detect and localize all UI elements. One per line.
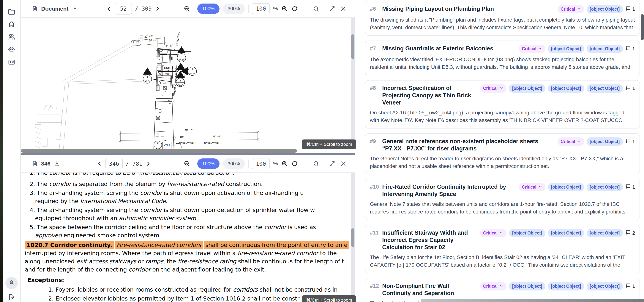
tag-badge[interactable]: [object Object] [548, 45, 584, 53]
zoom-out-icon[interactable] [184, 160, 190, 167]
comment-count-value: 1 [632, 184, 635, 190]
tag-badge[interactable]: [object Object] [509, 282, 545, 291]
close-icon[interactable] [340, 5, 346, 12]
sidebar-item-files[interactable] [8, 8, 16, 16]
search-icon[interactable] [313, 5, 320, 12]
page-total: / 781 [126, 160, 142, 167]
download-icon[interactable] [54, 160, 60, 167]
logout-button[interactable] [8, 294, 16, 302]
page-number-input[interactable] [106, 158, 122, 169]
severity-label: Critical [561, 7, 575, 12]
issue-title: Insufficient Stairway Width and Incorrec… [382, 229, 478, 251]
plan-viewer-toolbar: Document / 309 100% 300% % [21, 0, 355, 18]
code-text-line: along unenclosed exit access stairways o… [21, 257, 352, 265]
dim-label: 59' - 4" [185, 128, 194, 131]
prev-page-button[interactable] [97, 160, 102, 167]
search-icon[interactable] [313, 160, 320, 167]
zoom-out-icon[interactable] [184, 5, 190, 12]
robot-icon [8, 45, 16, 54]
comment-icon [625, 138, 631, 145]
sidebar-item-board[interactable] [8, 58, 16, 67]
severity-dropdown[interactable]: Critical [519, 183, 546, 191]
tag-badge[interactable]: [object Object] [548, 282, 584, 291]
issue-card[interactable]: #11 Insufficient Stairway Width and Inco… [365, 225, 640, 273]
tag-badge[interactable]: [object Object] [509, 84, 545, 93]
viewer-divider[interactable] [21, 153, 355, 155]
severity-dropdown[interactable]: Critical [480, 282, 507, 291]
expand-icon[interactable] [329, 160, 336, 167]
code-text-line: 5.The space between the corridor ceiling… [21, 223, 352, 231]
issue-card[interactable]: #6 Missing Piping Layout on Plumbing Pla… [365, 1, 640, 36]
issue-list: #6 Missing Piping Layout on Plumbing Pla… [365, 1, 640, 302]
viewer-title: Document [41, 5, 68, 12]
next-page-button[interactable] [155, 5, 160, 12]
tag-badge[interactable]: [object Object] [586, 229, 623, 237]
severity-label: Critical [522, 46, 536, 51]
tag-badge[interactable]: [object Object] [586, 45, 623, 53]
tag-badge[interactable]: [object Object] [586, 282, 623, 291]
comment-count[interactable]: 1 [625, 6, 635, 13]
tag-badge[interactable]: [object Object] [509, 229, 545, 237]
expand-icon[interactable] [329, 5, 336, 12]
horizontal-scrollbar-thumb[interactable] [21, 149, 297, 153]
close-icon[interactable] [340, 160, 346, 167]
panel-scrollbar-thumb[interactable] [641, 14, 644, 40]
download-icon[interactable] [72, 5, 78, 12]
tag-badge[interactable]: [object Object] [586, 5, 623, 13]
tag-badge[interactable]: [object Object] [586, 84, 623, 93]
code-text[interactable]: 1.The corridor is not required to be of … [21, 168, 352, 302]
issue-card[interactable]: #9 General note references non-existent … [365, 133, 640, 174]
prev-page-button[interactable] [106, 5, 112, 12]
vertical-scrollbar-thumb[interactable] [351, 228, 354, 247]
tag-badge[interactable]: [object Object] [548, 229, 584, 237]
refresh-icon[interactable] [291, 5, 298, 12]
vertical-scrollbar-thumb[interactable] [351, 34, 354, 59]
zoom-level-input[interactable] [252, 158, 270, 169]
issue-description: General Note 7 states that walls between… [370, 200, 635, 216]
tag-badge[interactable]: [object Object] [586, 183, 623, 191]
dim-label: 32' - 6" [144, 34, 153, 38]
zoom-in-icon[interactable] [281, 160, 288, 167]
chevron-down-icon [538, 185, 542, 190]
comment-count[interactable]: 1 [625, 283, 635, 290]
severity-dropdown[interactable]: Critical [480, 84, 507, 93]
zoom-level-input[interactable] [252, 3, 270, 14]
tag-badge[interactable]: [object Object] [548, 183, 584, 191]
zoom-preset-300-button[interactable]: 300% [223, 3, 245, 14]
issue-badges: Critical [object Object] [object Object]… [519, 183, 635, 191]
tag-badge[interactable]: [object Object] [586, 138, 623, 146]
comment-count[interactable]: 1 [625, 85, 635, 92]
zoom-preset-300-button[interactable]: 300% [223, 158, 245, 169]
comment-count[interactable]: 1 [625, 184, 635, 191]
page-number-input[interactable] [115, 3, 132, 14]
sidebar-item-team[interactable] [8, 33, 16, 41]
issue-card[interactable]: #10 Fire-Rated Corridor Continuity Inter… [365, 179, 640, 220]
comment-count[interactable]: 1 [625, 138, 635, 145]
user-avatar[interactable] [6, 277, 18, 289]
sidebar-item-agents[interactable] [8, 46, 16, 54]
users-icon [8, 33, 16, 42]
issue-card[interactable]: #7 Missing Guardrails at Exterior Balcon… [365, 40, 640, 75]
tag-badge[interactable]: [object Object] [548, 84, 584, 93]
next-page-button[interactable] [145, 160, 151, 167]
severity-dropdown[interactable]: Critical [558, 138, 584, 146]
severity-dropdown[interactable]: Critical [558, 5, 584, 13]
comment-count[interactable]: 1 [625, 45, 635, 52]
comment-count-value: 1 [632, 139, 635, 145]
comment-count-value: 1 [632, 86, 635, 91]
sidebar-item-home[interactable] [8, 21, 16, 29]
svg-text:3: 3 [181, 54, 182, 57]
zoom-in-icon[interactable] [281, 5, 288, 12]
comment-count[interactable]: 2 [625, 230, 635, 237]
severity-label: Critical [561, 139, 575, 144]
issue-card[interactable]: #12 Non-Compliant Fire Wall Continuity a… [365, 278, 640, 302]
refresh-icon[interactable] [291, 160, 298, 167]
severity-dropdown[interactable]: Critical [480, 229, 507, 237]
zoom-preset-100-button[interactable]: 100% [197, 158, 220, 169]
code-text-line: 2.The corridor is separated from the ple… [21, 180, 352, 188]
severity-dropdown[interactable]: Critical [519, 45, 546, 53]
issue-card[interactable]: #8 Incorrect Specification of Projecting… [365, 80, 640, 129]
zoom-preset-100-button[interactable]: 100% [197, 3, 220, 14]
plan-canvas[interactable]: 32' - 6" 6' - 6" 26' - 0" 4' - 8" 43' - … [21, 18, 352, 153]
person-icon [8, 279, 15, 287]
